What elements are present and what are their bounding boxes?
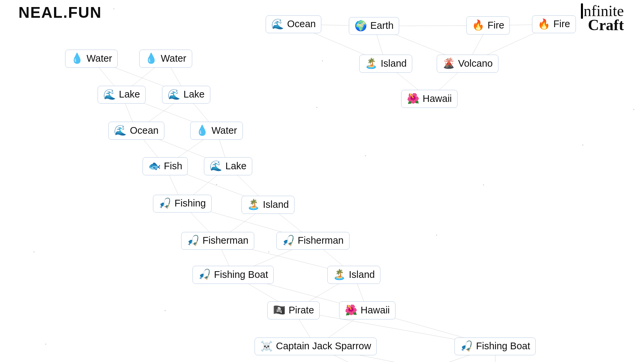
element-emoji: 🌍 [355,20,367,32]
element-ocean-1[interactable]: 🌊Ocean [266,15,321,34]
site-logo[interactable]: NEAL.FUN [18,3,102,21]
element-label: Ocean [130,125,158,136]
background-speck [365,155,366,156]
element-hawaii-1[interactable]: 🌺Hawaii [401,90,458,108]
element-fire-1[interactable]: 🔥Fire [466,16,510,35]
element-fisherman-2[interactable]: 🎣Fisherman [276,232,350,250]
element-island-1[interactable]: 🏝️Island [359,55,412,73]
element-label: Lake [119,89,140,100]
element-emoji: 🌺 [407,93,419,105]
element-volcano-1[interactable]: 🌋Volcano [437,55,498,73]
element-emoji: 🌺 [345,304,357,316]
element-label: Lake [225,161,247,172]
background-speck [322,60,323,61]
element-label: Fishing [174,198,206,209]
element-emoji: 🎣 [198,269,211,281]
element-emoji: 🔥 [538,18,550,30]
element-fish-1[interactable]: 🐟Fish [143,157,188,175]
craft-canvas[interactable]: 🌊Ocean🌍Earth🔥Fire🔥Fire💧Water💧Water🏝️Isla… [0,0,644,362]
logo-bar-icon [581,3,583,19]
element-emoji: ☠️ [260,341,273,352]
element-emoji: 🎣 [460,341,473,352]
element-emoji: 🔥 [472,19,484,31]
element-label: Captain Jack Sparrow [276,341,371,352]
element-label: Ocean [287,18,316,29]
background-speck [316,107,317,108]
element-water-2[interactable]: 💧Water [139,50,192,68]
background-speck [268,251,269,252]
element-pirate-1[interactable]: 🏴‍☠️Pirate [267,301,320,319]
element-emoji: 🎣 [282,235,294,247]
element-label: Pirate [289,305,314,316]
element-fishing-1[interactable]: 🎣Fishing [153,195,212,213]
element-label: Fishing Boat [214,269,268,280]
element-label: Hawaii [361,305,390,316]
element-fire-2[interactable]: 🔥Fire [532,15,576,34]
element-label: Earth [370,20,393,31]
element-hawaii-2[interactable]: 🌺Hawaii [339,301,395,319]
element-emoji: 🌋 [442,58,455,69]
element-ocean-2[interactable]: 🌊Ocean [108,122,164,140]
background-speck [582,144,583,145]
element-label: Water [212,125,237,136]
element-label: Fire [553,18,570,29]
element-emoji: 💧 [71,53,83,64]
background-speck [216,184,217,185]
element-emoji: 🏝️ [365,58,377,69]
background-speck [436,235,437,236]
element-cjs-1[interactable]: ☠️Captain Jack Sparrow [255,338,377,356]
element-label: Island [349,269,375,280]
element-fishingboat-1[interactable]: 🎣Fishing Boat [193,266,274,284]
element-emoji: 🎣 [187,235,199,247]
element-emoji: 🏴‍☠️ [273,304,285,316]
element-earth-1[interactable]: 🌍Earth [349,17,399,35]
element-label: Volcano [458,58,493,69]
element-emoji: 🌊 [210,160,222,172]
element-fisherman-1[interactable]: 🎣Fisherman [181,232,254,250]
element-label: Fisherman [203,235,249,246]
element-island-2[interactable]: 🏝️Island [241,196,294,214]
element-island-3[interactable]: 🏝️Island [327,266,380,284]
element-label: Lake [183,89,205,100]
element-emoji: 🌊 [103,89,116,101]
background-speck [45,344,46,345]
element-emoji: 🌊 [168,89,180,101]
background-speck [483,184,484,185]
element-emoji: 🌊 [114,125,126,136]
element-water-3[interactable]: 💧Water [190,122,243,140]
element-emoji: 🎣 [159,198,171,209]
element-emoji: 🏝️ [333,269,345,281]
element-emoji: 💧 [196,125,208,136]
element-label: Water [87,53,112,64]
element-emoji: 🏝️ [247,199,260,210]
element-lake-3[interactable]: 🌊Lake [204,157,252,175]
element-label: Fire [488,20,504,31]
background-speck [113,8,114,9]
element-label: Water [161,53,186,64]
element-emoji: 💧 [145,53,157,64]
background-speck [34,251,35,252]
background-speck [165,310,166,311]
element-label: Fisherman [298,235,344,246]
element-label: Island [381,58,407,69]
element-lake-1[interactable]: 🌊Lake [98,86,146,104]
background-speck [633,109,634,110]
element-lake-2[interactable]: 🌊Lake [162,86,210,104]
element-water-1[interactable]: 💧Water [65,50,118,68]
game-logo: nfinite Craft [581,3,624,33]
element-label: Fish [164,161,182,172]
element-label: Island [263,199,289,210]
element-label: Hawaii [423,93,452,104]
element-fishingboat-2[interactable]: 🎣Fishing Boat [454,338,536,356]
element-emoji: 🐟 [148,160,161,172]
element-label: Fishing Boat [476,341,530,352]
element-emoji: 🌊 [271,18,284,30]
